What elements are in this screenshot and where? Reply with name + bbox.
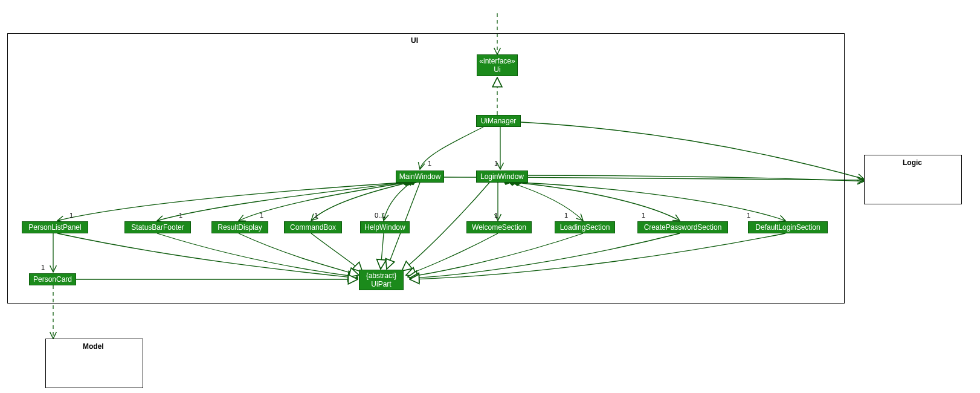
class-uimanager: UiManager <box>476 115 521 127</box>
mult-loadingsection: 1 <box>564 212 568 219</box>
class-name: LoginWindow <box>480 172 524 181</box>
class-helpwindow: HelpWindow <box>360 221 410 233</box>
package-ui <box>7 33 845 304</box>
class-uipart: {abstract} UiPart <box>359 270 404 290</box>
class-name: StatusBarFooter <box>131 223 184 232</box>
package-model-label: Model <box>83 342 104 351</box>
class-resultdisplay: ResultDisplay <box>211 221 268 233</box>
class-name: ResultDisplay <box>218 223 262 232</box>
mult-welcomesection: 1 <box>494 212 498 219</box>
class-loadingsection: LoadingSection <box>555 221 615 233</box>
mult-createpasswordsection: 1 <box>642 212 645 219</box>
class-name: LoadingSection <box>560 223 610 232</box>
class-name: WelcomeSection <box>472 223 526 232</box>
mult-defaultloginsection: 1 <box>747 212 750 219</box>
class-ui-interface: «interface» Ui <box>477 54 518 76</box>
mult-loginwindow: 1 <box>494 160 498 167</box>
mult-personcard: 1 <box>41 264 45 271</box>
class-name: UiPart <box>371 280 391 288</box>
mult-statusbarfooter: 1 <box>179 212 182 219</box>
class-welcomesection: WelcomeSection <box>466 221 532 233</box>
class-commandbox: CommandBox <box>284 221 342 233</box>
package-ui-label: UI <box>411 36 418 45</box>
uml-diagram: { "packages": { "ui": { "label": "UI" },… <box>0 0 980 393</box>
class-name: CommandBox <box>290 223 336 232</box>
class-name: PersonCard <box>33 275 72 284</box>
class-personcard: PersonCard <box>29 273 76 285</box>
package-logic-label: Logic <box>903 158 922 167</box>
class-name: CreatePasswordSection <box>644 223 722 232</box>
mult-helpwindow: 0..1 <box>375 212 385 219</box>
class-statusbarfooter: StatusBarFooter <box>124 221 191 233</box>
stereotype: «interface» <box>479 57 515 65</box>
class-name: Ui <box>494 65 500 74</box>
class-name: HelpWindow <box>364 223 405 232</box>
class-loginwindow: LoginWindow <box>476 171 528 183</box>
class-name: UiManager <box>481 117 517 125</box>
class-mainwindow: MainWindow <box>396 171 444 183</box>
class-personlistpanel: PersonListPanel <box>22 221 88 233</box>
class-createpasswordsection: CreatePasswordSection <box>637 221 728 233</box>
stereotype: {abstract} <box>366 271 397 280</box>
mult-personlistpanel: 1 <box>69 212 73 219</box>
class-name: DefaultLoginSection <box>755 223 820 232</box>
mult-mainwindow: 1 <box>428 160 431 167</box>
class-defaultloginsection: DefaultLoginSection <box>748 221 828 233</box>
mult-resultdisplay: 1 <box>260 212 263 219</box>
class-name: MainWindow <box>399 172 441 181</box>
mult-commandbox: 1 <box>314 212 318 219</box>
class-name: PersonListPanel <box>28 223 81 232</box>
